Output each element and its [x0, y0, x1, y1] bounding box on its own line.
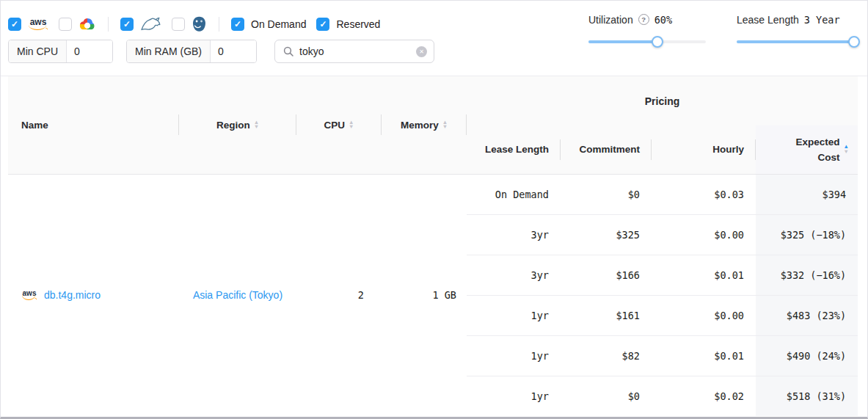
- filter-aws: ✓ aws: [8, 18, 48, 31]
- help-icon[interactable]: ?: [638, 14, 649, 25]
- instance-name-link[interactable]: db.t4g.micro: [44, 289, 101, 301]
- postgresql-elephant-icon: [192, 16, 207, 32]
- min-cpu-label: Min CPU: [9, 40, 67, 62]
- lease-length-control: Lease Length 3 Year: [737, 12, 854, 76]
- lease-length-label: Lease Length: [737, 14, 799, 26]
- commitment-value-cell: $0: [561, 174, 652, 214]
- sort-icon-active: ▲▼: [844, 145, 849, 154]
- sort-icon: ▲▼: [254, 120, 259, 130]
- numeric-filter-row: Min CPU Min RAM (GB) ✕: [8, 40, 434, 63]
- lease-length-value: 3 Year: [804, 14, 840, 26]
- min-cpu-group: Min CPU: [8, 40, 113, 63]
- mysql-dolphin-icon: [140, 17, 161, 32]
- instance-name-cell: aws db.t4g.micro: [8, 174, 179, 416]
- column-header-region[interactable]: Region ▲▼: [179, 76, 296, 174]
- hourly-value-cell: $0.01: [652, 335, 756, 376]
- column-header-commitment: Commitment: [561, 125, 652, 174]
- postgresql-checkbox[interactable]: ✓: [172, 18, 185, 31]
- region-cell: Asia Pacific (Tokyo): [179, 174, 296, 416]
- min-ram-label: Min RAM (GB): [127, 40, 211, 62]
- check-icon: ✓: [123, 20, 131, 29]
- filter-divider: [219, 17, 219, 32]
- on-demand-label: On Demand: [251, 18, 306, 30]
- utilization-slider[interactable]: [588, 35, 706, 48]
- min-ram-group: Min RAM (GB): [126, 40, 257, 63]
- expected-cost-value-cell: $518 (31%): [756, 376, 858, 416]
- utilization-caption: Utilization ? 60%: [588, 12, 706, 27]
- hourly-value-cell: $0.02: [652, 376, 756, 416]
- filter-gcp: ✓: [59, 17, 96, 32]
- utilization-control: Utilization ? 60%: [588, 12, 706, 76]
- commitment-value-cell: $161: [561, 295, 652, 335]
- search-input[interactable]: [299, 45, 416, 57]
- column-header-cpu[interactable]: CPU ▲▼: [296, 76, 382, 174]
- reserved-checkbox[interactable]: ✓: [316, 18, 329, 31]
- mysql-checkbox[interactable]: ✓: [120, 18, 134, 31]
- check-icon: ✓: [234, 20, 241, 29]
- hourly-value-cell: $0.01: [652, 255, 756, 295]
- column-header-name: Name: [8, 76, 179, 174]
- pricing-row: aws db.t4g.micro Asia Pacific (Tokyo) 2 …: [8, 174, 858, 214]
- google-cloud-logo-icon: [79, 17, 96, 32]
- cpu-cell: 2: [296, 174, 382, 416]
- lease-length-slider[interactable]: [737, 35, 854, 48]
- aws-logo-icon: aws: [28, 18, 48, 31]
- provider-engine-filter-row: ✓ aws ✓: [8, 9, 434, 39]
- column-header-memory[interactable]: Memory ▲▼: [382, 76, 467, 174]
- column-header-expected-cost[interactable]: Expected Cost ▲▼: [756, 125, 858, 174]
- expected-cost-value-cell: $325 (−18%): [756, 214, 858, 255]
- utilization-value: 60%: [654, 14, 672, 26]
- min-ram-input[interactable]: [211, 40, 256, 62]
- hourly-value-cell: $0.00: [652, 295, 756, 335]
- column-header-hourly: Hourly: [652, 125, 756, 174]
- filter-divider: [108, 17, 109, 32]
- sort-icon: ▲▼: [349, 120, 354, 130]
- slider-handle[interactable]: [848, 36, 860, 48]
- instance-pricing-app: ✓ aws ✓: [0, 0, 868, 419]
- filter-bar-left: ✓ aws ✓: [1, 1, 434, 76]
- lease-length-value-cell: 1yr: [467, 335, 561, 376]
- expected-cost-value-cell: $490 (24%): [756, 335, 858, 376]
- check-icon: ✓: [11, 20, 18, 29]
- expected-cost-value-cell: $483 (23%): [756, 295, 858, 335]
- pricing-group-header: Pricing: [467, 76, 858, 125]
- column-header-lease-length: Lease Length: [467, 125, 561, 174]
- filter-mysql: ✓: [120, 17, 161, 32]
- utilization-label: Utilization: [588, 14, 633, 26]
- search-icon: [283, 46, 293, 57]
- filter-postgresql: ✓: [172, 16, 207, 32]
- check-icon: ✓: [319, 20, 327, 29]
- lease-length-value-cell: 3yr: [467, 214, 561, 255]
- gcp-checkbox[interactable]: ✓: [59, 18, 72, 31]
- filter-reserved: ✓ Reserved: [316, 18, 380, 31]
- on-demand-checkbox[interactable]: ✓: [231, 18, 244, 31]
- sort-icon: ▲▼: [442, 120, 448, 130]
- search-box: ✕: [274, 40, 434, 63]
- expected-cost-value-cell: $394: [756, 174, 858, 214]
- min-cpu-input[interactable]: [67, 40, 112, 62]
- lease-length-value-cell: 1yr: [467, 295, 561, 335]
- lease-length-value-cell: 3yr: [467, 255, 561, 295]
- hourly-value-cell: $0.03: [652, 174, 756, 214]
- commitment-value-cell: $325: [561, 214, 652, 255]
- memory-cell: 1 GB: [382, 174, 467, 416]
- reserved-label: Reserved: [336, 18, 380, 30]
- commitment-value-cell: $166: [561, 255, 652, 295]
- commitment-value-cell: $82: [561, 335, 652, 376]
- aws-checkbox[interactable]: ✓: [8, 18, 21, 31]
- commitment-value-cell: $0: [561, 376, 652, 416]
- aws-provider-icon: aws: [21, 290, 37, 301]
- region-link[interactable]: Asia Pacific (Tokyo): [193, 289, 282, 301]
- clear-search-icon[interactable]: ✕: [416, 46, 427, 57]
- lease-length-value-cell: On Demand: [467, 174, 561, 214]
- instances-table: Name Region ▲▼ CPU ▲▼ Memory ▲▼ Pricing …: [8, 76, 858, 416]
- hourly-value-cell: $0.00: [652, 214, 756, 255]
- lease-length-value-cell: 1yr: [467, 376, 561, 416]
- slider-handle[interactable]: [652, 36, 663, 48]
- filter-on-demand: ✓ On Demand: [231, 18, 306, 31]
- lease-length-caption: Lease Length 3 Year: [737, 12, 854, 27]
- slider-controls: Utilization ? 60% Lease Length 3 Year: [588, 1, 867, 76]
- filter-bar: ✓ aws ✓: [1, 1, 867, 76]
- expected-cost-value-cell: $332 (−16%): [756, 255, 858, 295]
